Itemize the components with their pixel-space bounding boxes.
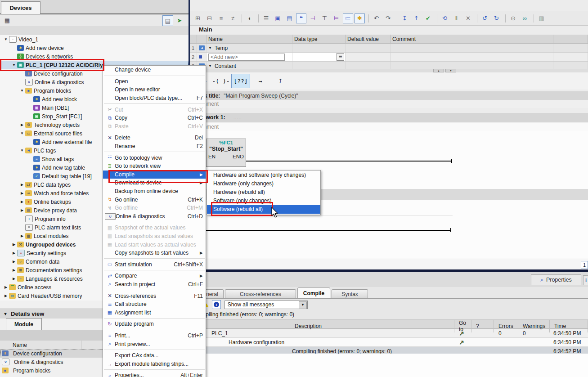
menu-item-rename[interactable]: Rename F2: [103, 142, 206, 151]
combo-dropdown-icon[interactable]: ▼: [299, 301, 307, 309]
message-filter-select[interactable]: Show all messages ▼: [224, 301, 308, 309]
insert-network-icon[interactable]: ⊞: [193, 13, 203, 23]
menu-item-cut[interactable]: ✂ Cut Ctrl+X: [103, 105, 206, 114]
menu-item-go-to-topology-view[interactable]: ☷ Go to topology view: [103, 153, 206, 162]
submenu-item-software-only-changes[interactable]: Software (only changes): [207, 197, 320, 205]
submenu-item-hardware-rebuild-all[interactable]: Hardware (rebuild all): [207, 188, 320, 196]
info-tab-icon[interactable]: i: [583, 275, 588, 285]
compile-row-2[interactable]: Hardware configuration↗6:34:50 PM: [190, 338, 588, 347]
list-view-icon[interactable]: ▤: [162, 15, 173, 26]
menu-item-download-to-device[interactable]: Download to device ▶: [103, 179, 206, 187]
menu-item-open-block-plc-data-type[interactable]: Open block/PLC data type... F7: [103, 94, 206, 103]
expand-icon[interactable]: ▶: [19, 123, 25, 127]
splitter-up-icon[interactable]: ▲: [433, 69, 444, 72]
menu-item-update-program[interactable]: ↻ Update program: [103, 320, 206, 328]
menu-item-change-device[interactable]: Change device: [103, 66, 206, 74]
comment-cell[interactable]: [391, 53, 553, 61]
comment-cell[interactable]: [391, 44, 553, 52]
tab-syntax[interactable]: Syntax: [332, 289, 368, 298]
favorites-icon[interactable]: ≔: [343, 13, 353, 23]
col-name[interactable]: Name: [206, 35, 292, 43]
tree-item-video-1[interactable]: ▼ ▫ Video_1: [0, 35, 189, 44]
menu-item-open[interactable]: Open: [103, 77, 206, 86]
network-title-icon[interactable]: ▣: [273, 13, 283, 23]
expand-icon[interactable]: ▶: [11, 277, 17, 281]
menu-item-export-cax-data[interactable]: Export CAx data...: [103, 351, 206, 360]
network-1-title-row[interactable]: Network 1: .....: [190, 113, 588, 122]
interface-row-2[interactable]: 2<Add new>☰: [190, 53, 588, 62]
menu-item-load-snapshots-as-actual-values[interactable]: ▦ Load snapshots as actual values: [103, 232, 206, 241]
menu-item-go-offline[interactable]: ↯ Go offline Ctrl+M: [103, 204, 206, 212]
block-comment-row[interactable]: Comment: [190, 100, 588, 108]
tab-cross-references[interactable]: Cross-references: [225, 289, 296, 298]
menu-item-open-in-new-editor[interactable]: Open in new editor: [103, 85, 206, 94]
diagram-view-icon[interactable]: ➤: [175, 15, 184, 25]
menu-item-properties[interactable]: ⌕ Properties... Alt+Enter: [103, 371, 206, 377]
go-offline-icon[interactable]: ↻: [491, 13, 502, 23]
monitor-icon[interactable]: ⊙: [508, 13, 518, 23]
default-value-cell[interactable]: [346, 44, 391, 52]
expand-icon[interactable]: ▶: [19, 234, 25, 238]
col-comment[interactable]: Comment: [391, 35, 553, 43]
menu-item-assignment-list[interactable]: ▦ Assignment list: [103, 308, 206, 317]
tab-module[interactable]: Module: [6, 318, 42, 330]
interface-update-icon[interactable]: ⊨: [331, 13, 341, 23]
cell-goto[interactable]: ↗: [454, 329, 471, 337]
collapse-icon[interactable]: ▼: [19, 148, 25, 153]
open-branch-icon[interactable]: →: [251, 74, 270, 88]
submenu-item-software-rebuild-all[interactable]: Software (rebuild all): [207, 205, 320, 214]
data-type-cell[interactable]: [292, 44, 346, 52]
upload-from-device-icon[interactable]: ↥: [411, 13, 422, 23]
menu-item-backup-from-online-device[interactable]: Backup from online device: [103, 187, 206, 196]
menu-item-snapshot-of-the-actual-values[interactable]: ▦ Snapshot of the actual values: [103, 224, 206, 232]
expand-icon[interactable]: ▶: [11, 268, 17, 272]
en-eno-toggle-icon[interactable]: ◖: [244, 13, 255, 23]
collapse-icon[interactable]: ▼: [11, 63, 17, 67]
menu-item-load-start-values-as-actual-values[interactable]: ▦ Load start values as actual values: [103, 240, 206, 249]
expand-icon[interactable]: ▶: [19, 200, 25, 204]
expand-icon[interactable]: ▶: [19, 183, 25, 187]
submenu-item-hardware-only-changes[interactable]: Hardware (only changes): [207, 179, 320, 188]
menu-item-copy[interactable]: ⧉ Copy Ctrl+C: [103, 114, 206, 122]
data-type-picker-icon[interactable]: ☰: [337, 53, 344, 61]
submenu-item-hardware-and-software-only-changes[interactable]: Hardware and software (only changes): [207, 171, 320, 179]
start-cpu-icon[interactable]: ‖: [451, 13, 462, 23]
expand-icon[interactable]: ▶: [11, 251, 17, 255]
menu-item-go-online[interactable]: ↯ Go online Ctrl+K: [103, 195, 206, 204]
coil-icon[interactable]: -( )-: [211, 74, 230, 88]
visualize-icon[interactable]: ∞: [520, 13, 530, 23]
menu-item-search-in-project[interactable]: ⌕ Search in project Ctrl+F: [103, 280, 206, 289]
go-online-icon[interactable]: ↺: [480, 13, 490, 23]
menu-item-delete[interactable]: ✕ Delete Del: [103, 134, 206, 142]
tab-devices[interactable]: Devices: [1, 1, 40, 14]
expand-icon[interactable]: ▶: [19, 208, 25, 212]
close-branch-icon[interactable]: ⤴: [271, 74, 290, 88]
block-interface-icon[interactable]: ⊣: [308, 13, 318, 23]
delete-row-icon[interactable]: ≠: [228, 13, 238, 23]
network-comment-row[interactable]: Comment: [190, 123, 588, 131]
zoom-indicator[interactable]: 1: [581, 261, 588, 269]
collapse-icon[interactable]: ▼: [19, 131, 25, 135]
menu-item-print[interactable]: ≡ Print... Ctrl+P: [103, 332, 206, 340]
menu-item-start-simulation[interactable]: ▭ Start simulation Ctrl+Shift+X: [103, 260, 206, 269]
compile-row-1[interactable]: PLC_1↗006:34:50 PM: [190, 329, 588, 338]
delete-network-icon[interactable]: ⊟: [204, 13, 215, 23]
expand-icon[interactable]: ▶: [3, 285, 9, 289]
menu-item-go-to-network-view[interactable]: ♖ Go to network view: [103, 162, 206, 171]
properties-button[interactable]: ⌕ Properties: [531, 274, 581, 285]
tree-item-add-new-device[interactable]: ✶ Add new device: [0, 44, 189, 52]
expand-icon[interactable]: ▶: [11, 242, 17, 247]
comments-icon[interactable]: ❝: [296, 13, 306, 23]
menu-item-copy-snapshots-to-start-values[interactable]: Copy snapshots to start values ▶: [103, 249, 206, 257]
collapse-icon[interactable]: ▼: [3, 37, 9, 41]
download-to-device-icon[interactable]: ↧: [399, 13, 410, 23]
menu-item-export-module-labeling-strips[interactable]: → Export module labeling strips...: [103, 359, 206, 368]
menu-item-compare[interactable]: ⇄ Compare ▶: [103, 272, 206, 280]
editor-scrollbar-strip[interactable]: [190, 259, 588, 270]
expand-icon[interactable]: ▶: [19, 191, 25, 195]
connect-online-icon[interactable]: ⟲: [440, 13, 450, 23]
menu-item-print-preview[interactable]: ⌕ Print preview...: [103, 340, 206, 348]
redo-icon[interactable]: ↷: [383, 13, 393, 23]
fc-block-stop-start[interactable]: %FC1 "Stop_Start" EN ENO: [206, 139, 246, 167]
interface-row-1[interactable]: 1◄▼Temp: [190, 44, 588, 53]
